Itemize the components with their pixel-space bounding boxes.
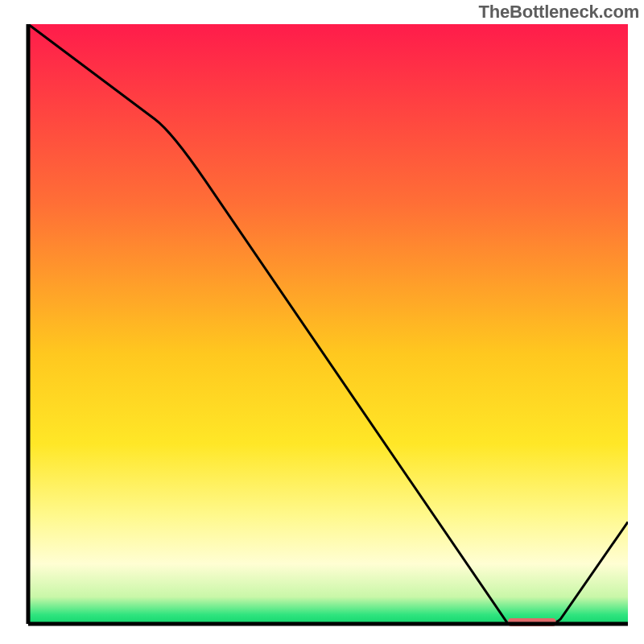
plot-background	[28, 24, 628, 624]
chart-frame: TheBottleneck.com	[0, 0, 644, 644]
bottleneck-chart	[0, 0, 644, 644]
